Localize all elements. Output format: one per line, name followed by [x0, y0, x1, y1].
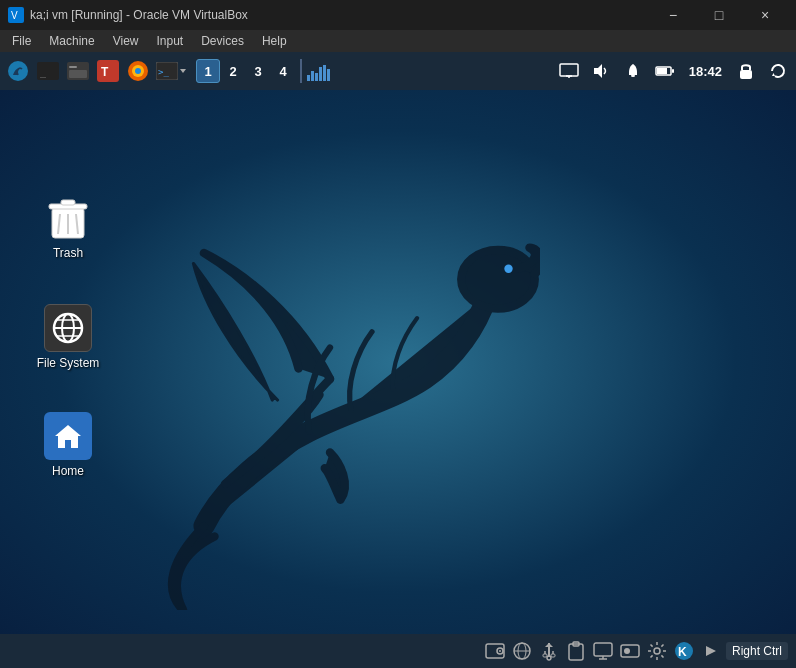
svg-point-21 [631, 75, 635, 77]
right-ctrl-button[interactable]: Right Ctrl [726, 642, 788, 660]
taskbar-apps: _ T >_ [4, 57, 190, 85]
app-icon: V [8, 7, 24, 23]
text-editor-icon[interactable]: T [94, 57, 122, 85]
svg-text:K: K [678, 645, 687, 659]
bar4 [319, 67, 322, 81]
bar3 [315, 73, 318, 81]
svg-marker-40 [55, 425, 81, 448]
trash-image [44, 194, 92, 242]
svg-point-61 [654, 648, 660, 654]
vm-bottom-bar: K Right Ctrl [0, 634, 796, 668]
svg-marker-15 [180, 69, 186, 73]
minimize-button[interactable]: − [650, 0, 696, 30]
vm-taskbar: _ T >_ [0, 52, 796, 90]
svg-marker-64 [706, 646, 716, 656]
workspace-3[interactable]: 3 [246, 59, 270, 83]
notification-icon[interactable] [619, 57, 647, 85]
menu-help[interactable]: Help [254, 32, 295, 50]
menu-devices[interactable]: Devices [193, 32, 252, 50]
workspaces: 1 2 3 4 [196, 59, 295, 83]
firefox-icon[interactable] [124, 57, 152, 85]
workspace-2[interactable]: 2 [221, 59, 245, 83]
svg-rect-25 [740, 70, 752, 79]
filesystem-image [44, 304, 92, 352]
reload-icon[interactable] [764, 57, 792, 85]
taskbar-right: 18:42 [555, 57, 792, 85]
file-manager-icon[interactable] [64, 57, 92, 85]
svg-rect-24 [672, 69, 674, 73]
svg-marker-26 [772, 73, 775, 76]
svg-marker-48 [545, 643, 553, 647]
bar5 [323, 65, 326, 81]
svg-text:T: T [101, 65, 109, 79]
svg-rect-23 [657, 68, 667, 74]
svg-point-27 [461, 250, 535, 309]
menu-input[interactable]: Input [149, 32, 192, 50]
workspace-1[interactable]: 1 [196, 59, 220, 83]
menu-file[interactable]: File [4, 32, 39, 50]
settings-icon[interactable] [645, 639, 669, 663]
svg-point-28 [504, 265, 512, 273]
terminal-dark-icon[interactable]: _ [34, 57, 62, 85]
svg-marker-19 [594, 64, 602, 78]
close-button[interactable]: × [742, 0, 788, 30]
filesystem-label: File System [37, 356, 100, 372]
titlebar: V ka;i vm [Running] - Oracle VM VirtualB… [0, 0, 796, 30]
network-icon[interactable] [510, 639, 534, 663]
kali-dragon-logo [120, 190, 540, 610]
lock-icon[interactable] [732, 57, 760, 85]
clock: 18:42 [683, 64, 728, 79]
bar6 [327, 69, 330, 81]
vm-window: _ T >_ [0, 52, 796, 668]
home-image [44, 412, 92, 460]
trash-label: Trash [53, 246, 83, 262]
desktop[interactable]: Trash File System [0, 90, 796, 634]
menubar: File Machine View Input Devices Help [0, 30, 796, 52]
kali-logo-icon[interactable] [4, 57, 32, 85]
svg-point-12 [135, 68, 141, 74]
svg-point-43 [499, 650, 501, 652]
svg-point-53 [547, 656, 551, 660]
kali-bottom-icon[interactable]: K [672, 639, 696, 663]
taskbar-separator [300, 59, 302, 83]
window-title: ka;i vm [Running] - Oracle VM VirtualBox [30, 8, 248, 22]
svg-rect-41 [486, 644, 504, 658]
record-icon[interactable] [618, 639, 642, 663]
svg-rect-7 [69, 70, 87, 78]
home-icon[interactable]: Home [28, 408, 108, 484]
svg-rect-31 [61, 200, 75, 205]
menu-view[interactable]: View [105, 32, 147, 50]
cpu-chart [307, 61, 330, 81]
filesystem-icon[interactable]: File System [28, 300, 108, 376]
home-label: Home [52, 464, 84, 480]
bar2 [311, 71, 314, 81]
svg-rect-6 [69, 66, 77, 68]
svg-rect-52 [551, 654, 555, 657]
display-icon[interactable] [555, 57, 583, 85]
svg-text:V: V [11, 10, 18, 21]
svg-point-60 [624, 648, 630, 654]
svg-text:_: _ [40, 66, 47, 78]
menu-machine[interactable]: Machine [41, 32, 102, 50]
svg-text:>_: >_ [158, 67, 169, 77]
maximize-button[interactable]: □ [696, 0, 742, 30]
clipboard-icon[interactable] [564, 639, 588, 663]
screen-icon[interactable] [591, 639, 615, 663]
titlebar-left: V ka;i vm [Running] - Oracle VM VirtualB… [8, 7, 248, 23]
bar1 [307, 75, 310, 81]
svg-rect-16 [560, 64, 578, 76]
titlebar-controls: − □ × [650, 0, 788, 30]
arrow-icon[interactable] [699, 639, 723, 663]
svg-rect-51 [543, 654, 547, 657]
volume-icon[interactable] [587, 57, 615, 85]
trash-icon[interactable]: Trash [28, 190, 108, 266]
storage-icon[interactable] [483, 639, 507, 663]
battery-icon[interactable] [651, 57, 679, 85]
terminal-dropdown-icon[interactable]: >_ [154, 57, 190, 85]
svg-rect-56 [594, 643, 612, 656]
usb-icon[interactable] [537, 639, 561, 663]
workspace-4[interactable]: 4 [271, 59, 295, 83]
